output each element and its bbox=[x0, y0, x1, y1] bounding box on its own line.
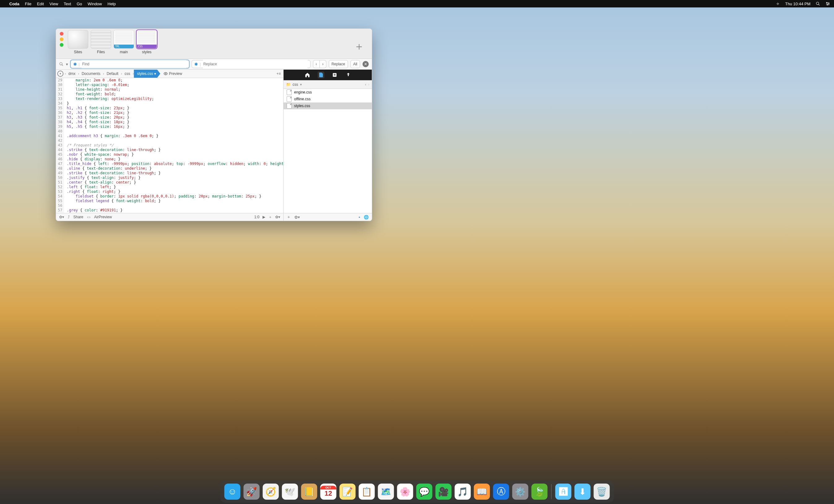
add-pane-icon[interactable]: ＋ bbox=[268, 215, 272, 220]
svg-point-5 bbox=[826, 2, 827, 3]
find-field[interactable]: ✱ | bbox=[71, 60, 189, 68]
home-icon[interactable] bbox=[304, 71, 311, 78]
run-icon[interactable]: ▶ bbox=[263, 215, 265, 219]
dock-downloads-folder[interactable]: ⬇ bbox=[575, 484, 591, 500]
file-row[interactable]: engine.css bbox=[284, 89, 372, 96]
close-find-bar-button[interactable]: ✕ bbox=[363, 61, 369, 67]
replace-field[interactable]: ✱ | bbox=[192, 60, 310, 68]
zoom-button[interactable] bbox=[60, 43, 63, 47]
dock-maps[interactable]: 🗺️ bbox=[378, 484, 394, 500]
code-editor[interactable]: 2930313233343536373839404142434445464748… bbox=[56, 78, 283, 213]
svg-point-10 bbox=[165, 73, 166, 74]
find-input[interactable] bbox=[82, 60, 186, 68]
replace-all-button[interactable]: All bbox=[350, 60, 360, 68]
dock-messages[interactable]: 💬 bbox=[416, 484, 433, 500]
tab-sites[interactable]: Sites bbox=[67, 30, 89, 54]
dock-contacts[interactable]: 📒 bbox=[301, 484, 317, 500]
replace-button[interactable]: Replace bbox=[329, 60, 348, 68]
find-prev-button[interactable]: ‹ bbox=[313, 60, 320, 68]
gear-dropdown-icon[interactable]: ✿▾ bbox=[59, 215, 64, 219]
settings-dropdown-icon[interactable]: ✿▾ bbox=[275, 215, 280, 219]
nav-fwd-icon[interactable]: › bbox=[368, 82, 369, 87]
find-next-button[interactable]: › bbox=[320, 60, 326, 68]
sidebar-footer: ＋ ✿▾ ▪ 🌐 bbox=[284, 213, 372, 221]
crumb-current-file[interactable]: styles.css ▾ bbox=[134, 70, 160, 78]
dock-ibooks[interactable]: 📖 bbox=[474, 484, 490, 500]
menu-help[interactable]: Help bbox=[107, 2, 116, 6]
crumb-default[interactable]: Default bbox=[104, 70, 121, 78]
dock-reminders[interactable]: 📋 bbox=[359, 484, 375, 500]
replace-input[interactable] bbox=[203, 60, 308, 68]
share-label[interactable]: Share bbox=[73, 215, 83, 219]
menu-view[interactable]: View bbox=[49, 2, 58, 6]
file-name: styles.css bbox=[294, 104, 310, 108]
dock-itunes[interactable]: 🎵 bbox=[455, 484, 471, 500]
crumb-dmx[interactable]: dmx bbox=[66, 70, 78, 78]
dock-preferences[interactable]: ⚙️ bbox=[512, 484, 528, 500]
menu-text[interactable]: Text bbox=[64, 2, 71, 6]
replace-wildcard-icon[interactable]: ✱ bbox=[194, 62, 198, 67]
minimize-button[interactable] bbox=[60, 38, 63, 41]
publish-icon[interactable] bbox=[345, 71, 352, 78]
dock-launchpad[interactable]: 🚀 bbox=[244, 484, 260, 500]
tab-files[interactable]: Files bbox=[90, 30, 112, 54]
menu-file[interactable]: File bbox=[25, 2, 31, 6]
menubar-extra-icon[interactable]: ✧ bbox=[775, 1, 780, 6]
dock-finder[interactable]: ☺ bbox=[224, 484, 241, 500]
spotlight-icon[interactable] bbox=[815, 1, 820, 6]
svg-point-6 bbox=[829, 3, 829, 4]
control-center-icon[interactable] bbox=[825, 1, 830, 6]
add-file-icon[interactable]: ＋ bbox=[287, 214, 291, 220]
menubar-clock[interactable]: Thu 10:44 PM bbox=[785, 2, 810, 6]
files-icon[interactable] bbox=[317, 71, 325, 78]
close-button[interactable] bbox=[60, 32, 63, 36]
dock-facetime[interactable]: 🎥 bbox=[436, 484, 452, 500]
cursor-position: 1:0 bbox=[254, 215, 259, 219]
scope-chevron-icon[interactable]: ▾ bbox=[66, 62, 68, 67]
local-view-icon[interactable]: ▪ bbox=[358, 215, 360, 219]
crumb-css[interactable]: css bbox=[122, 70, 132, 78]
add-split-button[interactable]: +≡ bbox=[277, 71, 281, 76]
new-tab-button[interactable]: ＋ bbox=[354, 39, 365, 53]
path-chevron-icon[interactable]: ▾ bbox=[300, 82, 302, 87]
remote-view-icon[interactable]: 🌐 bbox=[364, 215, 369, 219]
code-content[interactable]: margin: 2em 0 .6em 0; letter-spacing: -0… bbox=[64, 78, 283, 213]
airpreview-icon[interactable]: ▭ bbox=[87, 215, 90, 219]
dock-photos[interactable]: 🌸 bbox=[397, 484, 413, 500]
file-row[interactable]: offline.css bbox=[284, 96, 372, 103]
dock-applications-folder[interactable]: 🅰 bbox=[555, 484, 571, 500]
symbol-navigator-icon[interactable] bbox=[57, 71, 63, 77]
sidebar-pane: 📁 css ▾ ‹ › engine.cssoffline.cssstyles.… bbox=[284, 70, 372, 221]
file-icon bbox=[287, 96, 292, 102]
file-icon bbox=[287, 103, 292, 109]
menu-app[interactable]: Coda bbox=[9, 2, 20, 6]
airpreview-label[interactable]: AirPreview bbox=[94, 215, 112, 219]
crumb-documents[interactable]: Documents bbox=[79, 70, 103, 78]
dock-coda[interactable]: 🍃 bbox=[531, 484, 548, 500]
nav-back-icon[interactable]: ‹ bbox=[365, 82, 366, 87]
share-icon[interactable]: ⤴ bbox=[68, 215, 70, 219]
dock-calendar[interactable]: OCT12 bbox=[321, 484, 336, 500]
dock-notes[interactable]: 📝 bbox=[339, 484, 356, 500]
menu-window[interactable]: Window bbox=[88, 2, 102, 6]
menu-edit[interactable]: Edit bbox=[37, 2, 44, 6]
tab-styles[interactable]: CSSstyles bbox=[136, 30, 158, 54]
preview-toggle[interactable]: Preview bbox=[163, 71, 182, 76]
svg-line-1 bbox=[818, 4, 820, 5]
menu-go[interactable]: Go bbox=[77, 2, 82, 6]
find-nav-group: ‹ › bbox=[313, 60, 326, 68]
dock-trash[interactable]: 🗑️ bbox=[594, 484, 610, 500]
preview-label: Preview bbox=[169, 71, 182, 76]
search-scope-icon[interactable] bbox=[59, 62, 63, 66]
dock-safari[interactable]: 🧭 bbox=[263, 484, 279, 500]
sidebar-action-icon[interactable]: ✿▾ bbox=[294, 215, 300, 219]
tab-main[interactable]: TPLmain bbox=[113, 30, 135, 54]
file-name: offline.css bbox=[294, 97, 310, 101]
coda-window: SitesFilesTPLmainCSSstyles ＋ ▾ ✱ | ✱ | ‹… bbox=[56, 28, 372, 221]
clips-icon[interactable] bbox=[331, 71, 338, 78]
find-wildcard-icon[interactable]: ✱ bbox=[73, 62, 77, 67]
file-row[interactable]: styles.css bbox=[284, 103, 372, 109]
dock-appstore[interactable]: Ⓐ bbox=[493, 484, 509, 500]
sidebar-path-label[interactable]: css bbox=[292, 82, 298, 87]
dock-mail[interactable]: 🕊️ bbox=[282, 484, 298, 500]
